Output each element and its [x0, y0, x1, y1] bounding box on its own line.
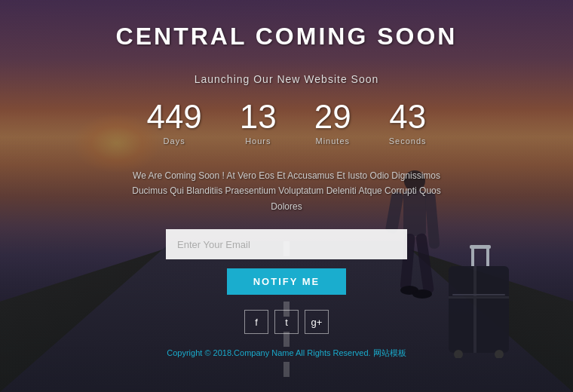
main-content: CENTRAL COMING SOON Launching Our New We… — [0, 0, 573, 392]
notify-button[interactable]: NOTIFY ME — [227, 268, 347, 295]
seconds-label: Seconds — [389, 136, 427, 145]
countdown-days: 449 Days — [146, 100, 201, 145]
copyright: Copyright © 2018.Company Name All Rights… — [167, 348, 406, 359]
countdown: 449 Days 13 Hours 29 Minutes 43 Seconds — [146, 100, 426, 145]
days-value: 449 — [146, 100, 201, 133]
facebook-icon[interactable]: f — [244, 310, 268, 334]
countdown-hours: 13 Hours — [240, 100, 277, 145]
seconds-value: 43 — [389, 100, 426, 133]
social-icons: f t g+ — [244, 310, 329, 334]
googleplus-icon[interactable]: g+ — [305, 310, 329, 334]
minutes-label: Minutes — [316, 136, 351, 145]
hours-value: 13 — [240, 100, 277, 133]
twitter-icon[interactable]: t — [274, 310, 299, 334]
countdown-minutes: 29 Minutes — [314, 100, 351, 145]
minutes-value: 29 — [314, 100, 351, 133]
description-text: We Are Coming Soon ! At Vero Eos Et Accu… — [128, 168, 445, 214]
page-title: CENTRAL COMING SOON — [116, 23, 458, 51]
days-label: Days — [164, 136, 185, 145]
subtitle: Launching Our New Website Soon — [195, 73, 379, 85]
copyright-text: Copyright © 2018.Company Name All Rights… — [167, 348, 370, 357]
countdown-seconds: 43 Seconds — [389, 100, 427, 145]
email-input[interactable] — [166, 229, 407, 259]
copyright-link[interactable]: 网站模板 — [373, 348, 406, 357]
hours-label: Hours — [245, 136, 271, 145]
